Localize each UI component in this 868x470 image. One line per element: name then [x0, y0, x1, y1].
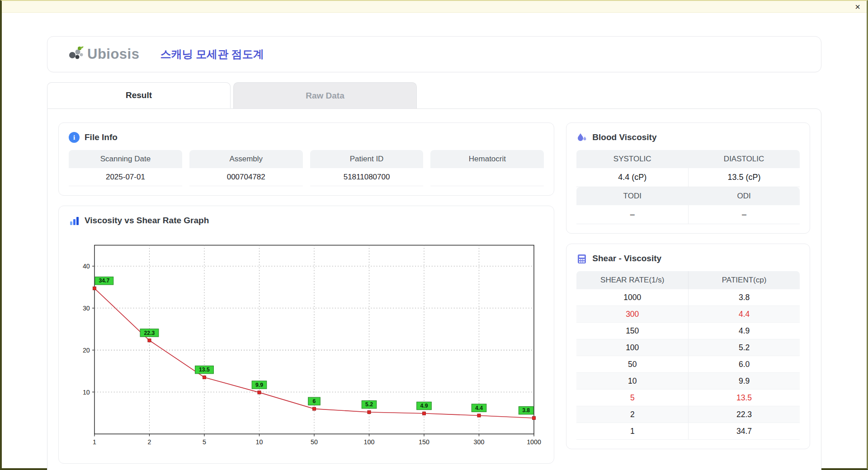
shear-table-row: 506.0 [576, 356, 800, 373]
odi-label: ODI [688, 187, 800, 205]
field-label: Scanning Date [69, 150, 182, 168]
svg-text:3.8: 3.8 [522, 407, 530, 414]
tab-bar: Result Raw Data [47, 82, 821, 108]
patient-viscosity-cell: 34.7 [688, 423, 800, 439]
patient-viscosity-cell: 13.5 [688, 390, 800, 406]
bv-value-row-2: – – [576, 205, 800, 224]
svg-text:22.3: 22.3 [144, 330, 155, 336]
field-assembly: Assembly 000704782 [189, 150, 303, 186]
graph-card: Viscosity vs Shear Rate Graph 1020304012… [58, 206, 554, 464]
diastolic-value: 13.5 (cP) [688, 168, 800, 187]
shear-table-row: 10003.8 [576, 289, 800, 306]
patient-viscosity-cell: 3.8 [688, 289, 800, 306]
shear-rate-cell: 300 [576, 306, 688, 322]
logo-text: Ubiosis [87, 46, 139, 62]
svg-text:1: 1 [93, 438, 96, 446]
shear-rate-cell: 1 [576, 423, 688, 439]
shear-rate-cell: 2 [576, 406, 688, 423]
shear-table-body: 10003.83004.41504.91005.2506.0109.9513.5… [576, 289, 800, 440]
blood-viscosity-title: Blood Viscosity [592, 132, 656, 142]
page-title: 스캐닝 모세관 점도계 [160, 47, 264, 61]
shear-rate-cell: 10 [576, 373, 688, 389]
svg-text:4.9: 4.9 [420, 403, 428, 409]
systolic-value: 4.4 (cP) [576, 168, 688, 187]
shear-table-row: 3004.4 [576, 306, 800, 323]
field-label: Assembly [189, 150, 303, 168]
svg-text:9.9: 9.9 [255, 382, 263, 388]
svg-text:5.2: 5.2 [365, 401, 373, 408]
field-value: 000704782 [189, 168, 303, 186]
field-value [430, 168, 544, 186]
diastolic-label: DIASTOLIC [688, 150, 800, 168]
droplet-icon [576, 132, 587, 143]
svg-text:300: 300 [474, 438, 485, 446]
svg-text:4.4: 4.4 [475, 405, 483, 411]
patient-viscosity-cell: 6.0 [688, 356, 800, 372]
file-info-card: i File Info Scanning Date 2025-07-01 Ass… [58, 122, 554, 196]
svg-text:40: 40 [83, 263, 90, 270]
shear-rate-cell: 150 [576, 323, 688, 339]
shear-table-row: 134.7 [576, 423, 800, 440]
field-label: Hematocrit [430, 150, 544, 168]
shear-table-row: 1504.9 [576, 323, 800, 339]
close-icon[interactable]: × [855, 2, 860, 11]
left-column: i File Info Scanning Date 2025-07-01 Ass… [58, 122, 554, 464]
shear-rate-cell: 100 [576, 339, 688, 356]
graph-title-row: Viscosity vs Shear Rate Graph [69, 215, 544, 226]
shear-rate-cell: 1000 [576, 289, 688, 306]
patient-viscosity-cell: 4.4 [688, 306, 800, 322]
blood-viscosity-title-row: Blood Viscosity [576, 132, 800, 143]
patient-viscosity-cell: 22.3 [688, 406, 800, 423]
shear-rate-cell: 5 [576, 390, 688, 406]
patient-viscosity-cell: 4.9 [688, 323, 800, 339]
shear-table-row: 1005.2 [576, 339, 800, 356]
svg-text:30: 30 [83, 305, 90, 312]
field-patient-id: Patient ID 51811080700 [310, 150, 424, 186]
logo: Ubiosis [66, 45, 139, 63]
svg-text:5: 5 [203, 438, 206, 446]
viscosity-chart: 102030401251050100150300100034.722.313.5… [71, 232, 541, 452]
svg-text:150: 150 [419, 438, 429, 446]
shear-table-row: 513.5 [576, 390, 800, 406]
shear-table-row: 109.9 [576, 373, 800, 390]
tab-result[interactable]: Result [47, 82, 231, 108]
file-info-title-row: i File Info [69, 132, 544, 143]
field-value: 2025-07-01 [69, 168, 182, 186]
svg-text:13.5: 13.5 [199, 367, 210, 373]
patient-column-header: PATIENT(cp) [688, 271, 800, 289]
shear-viscosity-title: Shear - Viscosity [592, 254, 661, 263]
svg-text:2: 2 [147, 438, 151, 446]
file-info-title: File Info [85, 132, 118, 142]
bar-chart-icon [69, 215, 80, 226]
shear-rate-column-header: SHEAR RATE(1/s) [576, 271, 688, 289]
svg-text:100: 100 [364, 438, 375, 446]
chart-wrap: 102030401251050100150300100034.722.313.5… [69, 232, 544, 454]
calculator-icon [576, 253, 587, 264]
tab-raw-data[interactable]: Raw Data [233, 82, 417, 108]
todi-label: TODI [576, 187, 688, 205]
app-window: × Ubiosis 스캐닝 모세관 점도계 [0, 0, 868, 470]
bv-header-row-2: TODI ODI [576, 187, 800, 205]
systolic-label: SYSTOLIC [576, 150, 688, 168]
svg-text:50: 50 [311, 438, 318, 446]
svg-text:34.7: 34.7 [99, 277, 109, 284]
logo-icon [66, 45, 85, 63]
shear-rate-cell: 50 [576, 356, 688, 372]
field-label: Patient ID [310, 150, 424, 168]
svg-text:6: 6 [313, 398, 316, 404]
right-column: Blood Viscosity SYSTOLIC DIASTOLIC 4.4 (… [566, 122, 810, 464]
bv-header-row-1: SYSTOLIC DIASTOLIC [576, 150, 800, 168]
blood-viscosity-grid: SYSTOLIC DIASTOLIC 4.4 (cP) 13.5 (cP) TO… [576, 150, 800, 224]
field-hematocrit: Hematocrit [430, 150, 544, 186]
file-info-fields: Scanning Date 2025-07-01 Assembly 000704… [69, 150, 544, 186]
shear-viscosity-title-row: Shear - Viscosity [576, 253, 800, 264]
graph-title: Viscosity vs Shear Rate Graph [85, 216, 209, 226]
bv-value-row-1: 4.4 (cP) 13.5 (cP) [576, 168, 800, 187]
todi-value: – [576, 205, 688, 224]
patient-viscosity-cell: 9.9 [688, 373, 800, 389]
field-scanning-date: Scanning Date 2025-07-01 [69, 150, 182, 186]
svg-text:20: 20 [83, 347, 90, 354]
blood-viscosity-card: Blood Viscosity SYSTOLIC DIASTOLIC 4.4 (… [566, 122, 810, 234]
shear-viscosity-card: Shear - Viscosity SHEAR RATE(1/s) PATIEN… [566, 244, 810, 449]
svg-text:10: 10 [256, 438, 263, 446]
